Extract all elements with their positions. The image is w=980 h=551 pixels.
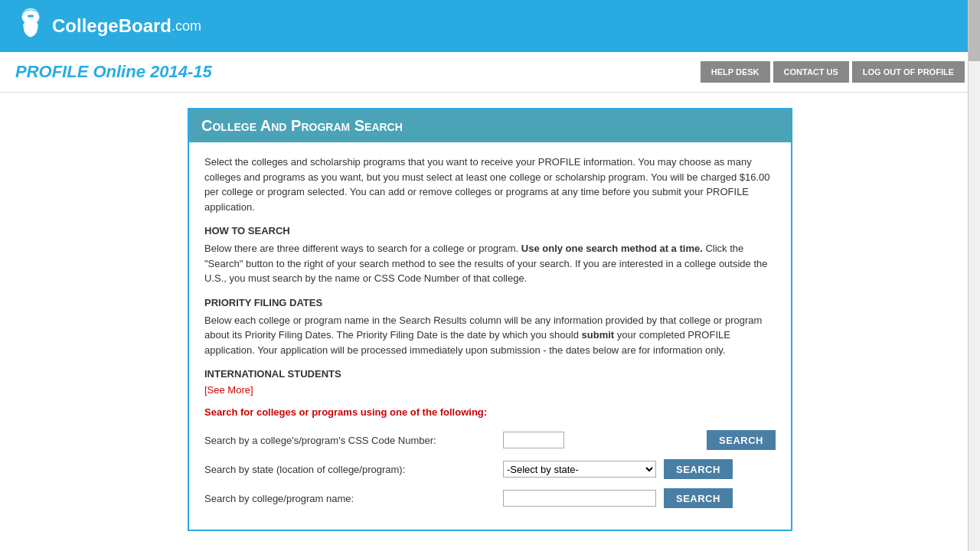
- name-search-row: Search by college/program name: SEARCH: [204, 488, 776, 508]
- how-to-search-bold: Use only one search method at a time.: [521, 243, 703, 254]
- contact-us-button[interactable]: CONTACT US: [773, 61, 849, 83]
- how-to-search-text: Below there are three different ways to …: [204, 241, 776, 286]
- nav-buttons: HELP DESK CONTACT US LOG OUT OF PROFILE: [701, 61, 965, 83]
- css-code-input[interactable]: [503, 432, 564, 448]
- how-to-search-heading: HOW TO SEARCH: [204, 225, 776, 236]
- logout-button[interactable]: LOG OUT OF PROFILE: [852, 61, 965, 83]
- international-heading: INTERNATIONAL STUDENTS: [204, 368, 776, 380]
- content-header: College And Program Search: [189, 109, 791, 142]
- name-search-button[interactable]: SEARCH: [664, 488, 733, 508]
- svg-rect-1: [28, 15, 34, 18]
- state-label: Search by state (location of college/pro…: [204, 464, 495, 475]
- state-search-button[interactable]: SEARCH: [664, 459, 733, 479]
- content-box: College And Program Search Select the co…: [188, 108, 792, 531]
- content-header-title: College And Program Search: [201, 117, 403, 134]
- css-code-search-row: Search by a college's/program's CSS Code…: [204, 430, 776, 450]
- priority-bold: submit: [582, 329, 615, 341]
- search-prompt: Search for colleges or programs using on…: [204, 406, 776, 418]
- name-label: Search by college/program name:: [204, 493, 495, 504]
- main-content: College And Program Search Select the co…: [0, 93, 980, 546]
- css-code-search-button[interactable]: SEARCH: [707, 430, 776, 450]
- logo-container: CollegeBoard.com: [15, 8, 201, 44]
- css-code-label: Search by a college's/program's CSS Code…: [204, 435, 495, 446]
- priority-text: Below each college or program name in th…: [204, 313, 776, 358]
- priority-heading: PRIORITY FILING DATES: [204, 297, 776, 308]
- svg-point-2: [23, 21, 38, 28]
- state-select[interactable]: -Select by state- Alabama Alaska Arizona…: [503, 461, 656, 478]
- see-more-link[interactable]: [See More]: [204, 384, 253, 396]
- subheader: PROFILE Online 2014-15 HELP DESK CONTACT…: [0, 52, 980, 93]
- help-desk-button[interactable]: HELP DESK: [701, 61, 770, 83]
- collegeboard-logo-icon: [15, 8, 46, 44]
- intro-text: Select the colleges and scholarship prog…: [204, 155, 776, 214]
- profile-title: PROFILE Online 2014-15: [15, 62, 212, 82]
- name-input[interactable]: [503, 490, 656, 507]
- state-search-row: Search by state (location of college/pro…: [204, 459, 776, 479]
- content-body: Select the colleges and scholarship prog…: [189, 142, 791, 530]
- header: CollegeBoard.com: [0, 0, 980, 52]
- scrollbar[interactable]: [968, 0, 980, 546]
- logo-dot-com: .com: [172, 18, 201, 34]
- scrollbar-thumb[interactable]: [969, 0, 980, 61]
- logo-text: CollegeBoard: [52, 15, 172, 37]
